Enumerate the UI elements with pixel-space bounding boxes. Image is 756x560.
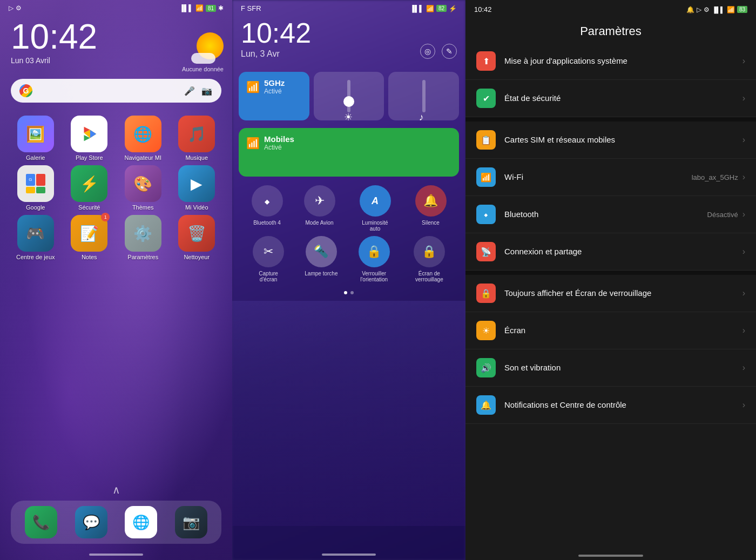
mode-avion-btn[interactable]: ✈ bbox=[304, 185, 335, 217]
sim-chevron: › bbox=[742, 135, 745, 145]
shade-wifi-icon: 📶 bbox=[426, 5, 434, 12]
mobile-tile-text: Mobiles Activé bbox=[264, 134, 294, 151]
app-item-mi-video[interactable]: ▶ Mi Vidéo bbox=[172, 165, 222, 211]
settings-title: Paramètres bbox=[465, 16, 756, 43]
google-icon: G bbox=[17, 165, 54, 202]
connexion-icon-box: 📡 bbox=[476, 242, 496, 261]
settings-wifi-icon: 📶 bbox=[727, 6, 735, 14]
wifi-tile-status: Activé bbox=[264, 87, 285, 95]
silence-btn[interactable]: 🔔 bbox=[415, 185, 447, 217]
son-chevron: › bbox=[742, 363, 745, 373]
verrouiller-btn[interactable]: 🔒 bbox=[359, 236, 390, 267]
securite-label: Sécurité bbox=[78, 204, 100, 211]
luminosite-circle[interactable]: A Luminosité auto bbox=[356, 185, 394, 232]
home-screen: ▷ ⚙ ▐▌▌ 📶 81 ✱ 10:42 Lun 03 Avril Aucune… bbox=[0, 0, 232, 560]
connexion-chevron: › bbox=[742, 247, 745, 257]
dock-messages[interactable]: 💬 bbox=[75, 506, 107, 538]
weather-icon bbox=[197, 32, 224, 59]
dock-camera[interactable]: 📷 bbox=[175, 506, 207, 538]
settings-item-wifi[interactable]: 📶 Wi-Fi labo_ax_5GHz › bbox=[465, 159, 756, 196]
shade-edit-icons: ◎ ✎ bbox=[420, 44, 457, 65]
camera-search-icon[interactable]: 📷 bbox=[201, 85, 213, 97]
settings-item-securite[interactable]: ✔ État de sécurité › bbox=[465, 80, 756, 117]
signal-icon: ▐▌▌ bbox=[179, 4, 193, 12]
app-item-centre-jeux[interactable]: 🎮 Centre de jeux bbox=[11, 215, 60, 260]
app-item-navigateur-mi[interactable]: 🌐 Navigateur MI bbox=[118, 116, 168, 161]
settings-item-sim[interactable]: 📋 Cartes SIM et réseaux mobiles › bbox=[465, 122, 756, 159]
app-item-nettoyeur[interactable]: 🗑️ Nettoyeur bbox=[172, 215, 222, 260]
settings-item-bluetooth[interactable]: ⬥ Bluetooth Désactivé › bbox=[465, 196, 756, 233]
app-item-play-store[interactable]: Play Store bbox=[65, 116, 114, 161]
volume-slider[interactable]: ♪ bbox=[422, 78, 426, 114]
settings-signal-icon: ▐▌▌ bbox=[712, 6, 724, 13]
app-item-musique[interactable]: 🎵 Musique bbox=[172, 116, 222, 161]
settings-item-maj-systeme[interactable]: ⬆ Mise à jour d'applications système › bbox=[465, 43, 756, 80]
app-item-galerie[interactable]: 🖼️ Galerie bbox=[11, 116, 60, 161]
quick-circles-row1: ⬥ Bluetooth 4 ✈ Mode Avion A Luminosité … bbox=[232, 179, 465, 234]
capture-btn[interactable]: ✂ bbox=[253, 236, 284, 267]
settings-item-son[interactable]: 🔊 Son et vibration › bbox=[465, 349, 756, 387]
dock-chrome[interactable]: 🌐 bbox=[125, 506, 157, 538]
settings-item-notifications[interactable]: 🔔 Notifications et Centre de contrôle › bbox=[465, 387, 756, 424]
ecran-text: Écran bbox=[504, 325, 738, 336]
shade-time-container: 10:42 Lun, 3 Avr bbox=[241, 17, 311, 65]
settings-battery-icon: 83 bbox=[737, 6, 747, 13]
brightness-slider[interactable]: ☀ bbox=[347, 78, 350, 114]
settings-list: ⬆ Mise à jour d'applications système › ✔… bbox=[465, 43, 756, 549]
shade-time: 10:42 bbox=[241, 17, 311, 49]
settings-status-right: 🔔 ▷ ⚙ ▐▌▌ 📶 83 bbox=[686, 6, 747, 14]
search-bar[interactable]: G 🎤 📷 bbox=[11, 79, 221, 103]
quick-tiles-row1: 📶 5GHz Activé ☀ ♪ bbox=[232, 70, 465, 123]
shade-edit-icon[interactable]: ✎ bbox=[442, 44, 457, 59]
app-item-notes[interactable]: 📝 1 Notes bbox=[65, 215, 114, 260]
wifi-settings-icon: 📶 bbox=[481, 172, 491, 183]
ecran-ve-circle[interactable]: 🔒 Écran de verrouillage bbox=[410, 236, 448, 282]
app-item-securite[interactable]: ⚡ Sécurité bbox=[65, 165, 114, 211]
pagination-dots bbox=[232, 287, 465, 299]
verrouiller-circle[interactable]: 🔒 Verrouiller l'orientation bbox=[355, 236, 393, 282]
bluetooth-settings-icon-box: ⬥ bbox=[476, 205, 496, 224]
volume-icon: ♪ bbox=[419, 112, 424, 123]
musique-icon: 🎵 bbox=[178, 116, 215, 152]
wifi-settings-text: Wi-Fi bbox=[504, 172, 692, 183]
securite-settings-text: État de sécurité bbox=[504, 93, 738, 104]
ecran-ve-btn[interactable]: 🔒 bbox=[414, 236, 445, 267]
mode-avion-circle[interactable]: ✈ Mode Avion bbox=[304, 185, 335, 232]
settings-item-connexion[interactable]: 📡 Connexion et partage › bbox=[465, 233, 756, 271]
app-item-parametres[interactable]: ⚙️ Paramètres bbox=[118, 215, 168, 260]
bluetooth-settings-value: Désactivé bbox=[707, 211, 738, 219]
app-item-google[interactable]: G Google bbox=[11, 165, 60, 211]
wifi-tile-text: 5GHz Activé bbox=[264, 78, 285, 95]
capture-circle[interactable]: ✂ Capture d'écran bbox=[249, 236, 287, 282]
app-item-themes[interactable]: 🎨 Thèmes bbox=[118, 165, 168, 211]
wifi-tile[interactable]: 📶 5GHz Activé bbox=[239, 72, 309, 120]
settings-item-ecran[interactable]: ☀ Écran › bbox=[465, 312, 756, 349]
lampe-btn[interactable]: 🔦 bbox=[306, 236, 337, 267]
brightness-slider-tile[interactable]: ☀ bbox=[314, 72, 384, 120]
settings-item-toujours-afficher[interactable]: 🔒 Toujours afficher et Écran de verrouil… bbox=[465, 275, 756, 312]
shade-status-right: ▐▌▌ 📶 82 ⚡ bbox=[410, 5, 457, 12]
volume-slider-tile[interactable]: ♪ bbox=[388, 72, 459, 120]
play-store-label: Play Store bbox=[76, 154, 103, 161]
dot-1 bbox=[344, 291, 347, 294]
dock-phone[interactable]: 📞 bbox=[25, 506, 57, 538]
shade-content: F SFR ▐▌▌ 📶 82 ⚡ 10:42 Lun, 3 Avr ◎ ✎ 📶 bbox=[232, 0, 465, 560]
toujours-afficher-text: Toujours afficher et Écran de verrouilla… bbox=[504, 288, 738, 299]
bluetooth-btn[interactable]: ⬥ bbox=[252, 185, 283, 217]
centre-jeux-icon: 🎮 bbox=[17, 215, 54, 252]
themes-icon: 🎨 bbox=[125, 165, 161, 202]
securite-settings-icon-box: ✔ bbox=[476, 89, 496, 108]
settings-share-icon: ▷ bbox=[697, 6, 701, 14]
luminosite-btn[interactable]: A bbox=[360, 185, 391, 217]
microphone-icon[interactable]: 🎤 bbox=[184, 85, 195, 97]
home-status-right: ▐▌▌ 📶 81 ✱ bbox=[179, 4, 224, 12]
lampe-circle[interactable]: 🔦 Lampe torche bbox=[305, 236, 338, 282]
notes-icon: 📝 1 bbox=[71, 215, 107, 252]
divider-1 bbox=[465, 117, 756, 122]
sim-label: Cartes SIM et réseaux mobiles bbox=[504, 134, 738, 145]
shade-brightness-icon[interactable]: ◎ bbox=[420, 44, 435, 59]
bluetooth-circle[interactable]: ⬥ Bluetooth 4 bbox=[252, 185, 283, 232]
mobile-tile[interactable]: 📶 Mobiles Activé bbox=[239, 128, 459, 177]
bluetooth-settings-chevron: › bbox=[742, 210, 745, 219]
silence-circle[interactable]: 🔔 Silence bbox=[415, 185, 447, 232]
